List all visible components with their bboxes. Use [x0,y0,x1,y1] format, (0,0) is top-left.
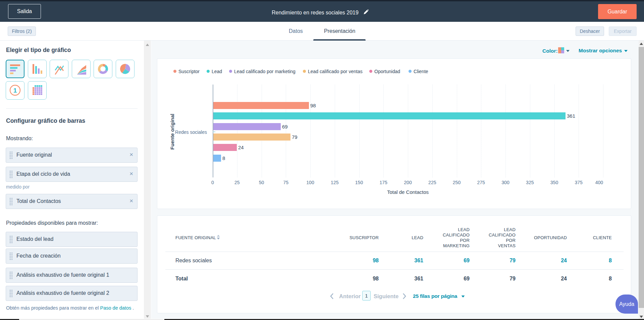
svg-text:1: 1 [13,87,17,94]
